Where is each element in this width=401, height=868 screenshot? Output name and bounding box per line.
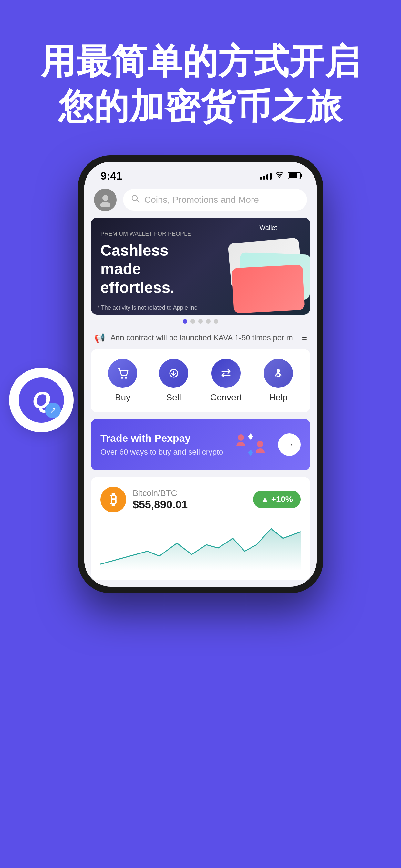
status-icons — [260, 171, 301, 180]
banner-dots — [84, 314, 317, 327]
help-label: Help — [269, 392, 288, 403]
phone-inner: 9:41 — [84, 162, 317, 587]
help-icon — [264, 359, 293, 388]
svg-point-4 — [121, 377, 123, 379]
card-stack: 🍎 — [223, 234, 310, 305]
battery-fill — [289, 174, 297, 178]
btc-change-value: +10% — [271, 494, 293, 504]
banner-tag: PREMIUM WALLET FOR PEOPLE — [100, 230, 191, 237]
announcement-bar: 📢 Ann contract will be launched KAVA 1-5… — [84, 327, 317, 349]
up-arrow-icon: ▲ — [261, 494, 269, 504]
btc-header: ₿ Bitcoin/BTC $55,890.01 ▲ +10% — [100, 487, 301, 513]
app-content: Coins, Promotions and More PREMIUM WALLE… — [84, 185, 317, 580]
trade-subtitle: Over 60 ways to buy and sell crypto — [100, 447, 223, 457]
signal-bar-3 — [266, 175, 268, 180]
dot-5 — [214, 319, 218, 323]
convert-label: Convert — [210, 392, 242, 403]
buy-icon — [108, 359, 137, 388]
action-help[interactable]: Help — [264, 359, 293, 403]
action-convert[interactable]: Convert — [210, 359, 242, 403]
dot-4 — [206, 319, 211, 323]
search-row: Coins, Promotions and More — [84, 185, 317, 218]
price-chart — [100, 519, 301, 570]
svg-line-3 — [136, 200, 139, 203]
signal-bar-4 — [270, 173, 272, 180]
bitcoin-logo: ₿ — [100, 487, 126, 513]
status-bar: 9:41 — [84, 162, 317, 185]
chart-fill — [100, 529, 301, 570]
wifi-icon — [275, 171, 284, 180]
hero-title: 用最简单的方式开启您的加密货币之旅 — [26, 39, 375, 129]
action-sell[interactable]: Sell — [159, 359, 188, 403]
phone-wrapper: Q ↗ 9:41 — [0, 155, 401, 593]
quick-actions: Buy Sell — [91, 349, 310, 412]
trade-arrow-button[interactable]: → — [278, 433, 301, 456]
avatar[interactable] — [94, 189, 117, 211]
banner-cards: Wallet 🍎 — [223, 224, 310, 305]
logo-overlay: Q ↗ — [9, 368, 73, 432]
svg-point-5 — [125, 377, 127, 379]
dot-1 — [183, 319, 187, 323]
announcement-text: Ann contract will be launched KAVA 1-50 … — [111, 333, 297, 342]
banner-title: Cashlessmadeeffortless. — [100, 241, 191, 297]
chart-svg — [100, 519, 301, 570]
promo-banner[interactable]: PREMIUM WALLET FOR PEOPLE Cashlessmadeef… — [91, 218, 310, 314]
svg-point-9 — [257, 441, 264, 447]
btc-info: ₿ Bitcoin/BTC $55,890.01 — [100, 487, 188, 513]
trade-text: Trade with Pexpay Over 60 ways to buy an… — [100, 432, 223, 457]
action-buy[interactable]: Buy — [108, 359, 137, 403]
signal-bar-1 — [260, 177, 262, 180]
trade-visual-svg — [235, 432, 267, 458]
trade-banner[interactable]: Trade with Pexpay Over 60 ways to buy an… — [91, 419, 310, 470]
btc-change-badge: ▲ +10% — [253, 491, 301, 508]
logo-arrow-icon: ↗ — [45, 403, 61, 418]
bitcoin-symbol: ₿ — [110, 492, 117, 507]
svg-point-0 — [102, 195, 108, 201]
dot-2 — [190, 319, 195, 323]
svg-point-8 — [238, 434, 244, 441]
btc-name: Bitcoin/BTC — [133, 488, 188, 498]
arrow-right-icon: → — [285, 439, 294, 450]
announcement-icon: 📢 — [94, 333, 105, 343]
search-icon — [131, 194, 140, 206]
trade-title: Trade with Pexpay — [100, 432, 223, 444]
hero-section: 用最简单的方式开启您的加密货币之旅 — [0, 0, 401, 129]
banner-content: PREMIUM WALLET FOR PEOPLE Cashlessmadeef… — [100, 230, 191, 297]
wallet-label: Wallet — [223, 224, 310, 231]
bitcoin-section: ₿ Bitcoin/BTC $55,890.01 ▲ +10% — [91, 477, 310, 580]
buy-label: Buy — [115, 392, 130, 403]
logo-inner: Q ↗ — [19, 377, 64, 423]
logo-circle: Q ↗ — [9, 368, 73, 432]
battery-icon — [288, 172, 301, 179]
signal-icon — [260, 172, 272, 180]
banner-disclaimer: * The activity is not related to Apple I… — [97, 305, 197, 311]
search-bar[interactable]: Coins, Promotions and More — [123, 189, 307, 211]
signal-bar-2 — [263, 176, 265, 180]
card-3 — [232, 265, 305, 313]
sell-icon — [159, 359, 188, 388]
sell-label: Sell — [166, 392, 181, 403]
convert-icon — [212, 359, 241, 388]
svg-point-1 — [100, 202, 111, 207]
btc-price: $55,890.01 — [133, 498, 188, 511]
trade-visual — [235, 432, 267, 458]
svg-point-7 — [277, 369, 280, 372]
menu-icon[interactable]: ≡ — [302, 333, 307, 343]
status-time: 9:41 — [100, 169, 122, 182]
search-placeholder: Coins, Promotions and More — [144, 195, 259, 205]
phone-outer: 9:41 — [78, 155, 323, 593]
dot-3 — [198, 319, 203, 323]
btc-details: Bitcoin/BTC $55,890.01 — [133, 488, 188, 511]
